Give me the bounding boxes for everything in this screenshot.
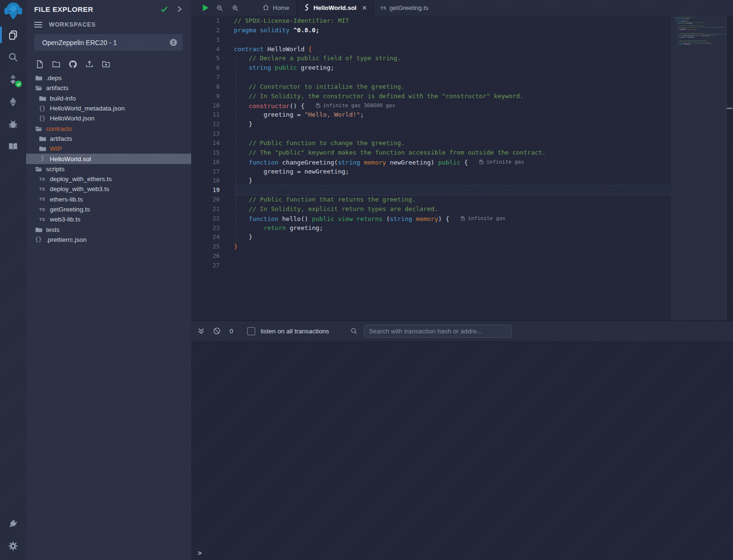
- gas-estimate-hint: infinite gas: [461, 214, 505, 223]
- code-line[interactable]: // The "public" keyword makes the functi…: [234, 148, 546, 157]
- code-line[interactable]: // Constructor to initialize the greetin…: [234, 82, 546, 92]
- terminal-output[interactable]: >: [191, 341, 733, 560]
- tree-item[interactable]: scripts: [26, 164, 191, 174]
- ts-file-icon: TS: [38, 207, 46, 212]
- code-line[interactable]: // In Solidity, explicit return types ar…: [234, 204, 546, 214]
- code-line[interactable]: contract HelloWorld {: [234, 45, 546, 54]
- debugger-icon[interactable]: [0, 113, 26, 135]
- code-line[interactable]: string public greeting;: [234, 63, 546, 73]
- tree-item[interactable]: .deps: [26, 73, 191, 83]
- search-icon[interactable]: [0, 46, 26, 68]
- remix-logo-icon[interactable]: [2, 1, 24, 24]
- line-number: 9: [191, 92, 220, 101]
- code-line[interactable]: // In Solidity, the constructor is defin…: [234, 92, 546, 101]
- file-explorer-icon[interactable]: [0, 24, 26, 46]
- listen-all-transactions-checkbox[interactable]: [247, 327, 255, 335]
- terminal-search-input[interactable]: [364, 325, 512, 338]
- terminal-collapse-icon[interactable]: [197, 327, 205, 335]
- code-line[interactable]: [234, 185, 546, 195]
- tree-item[interactable]: TSweb3-lib.ts: [26, 214, 191, 224]
- tree-item-label: scripts: [46, 165, 65, 173]
- tree-item-label: HelloWorld.sol: [50, 156, 91, 163]
- learneth-icon[interactable]: [0, 135, 26, 157]
- solidity-compiler-icon[interactable]: [0, 68, 26, 91]
- line-number: 7: [191, 73, 220, 82]
- code-line[interactable]: return greeting;: [234, 223, 546, 233]
- new-file-icon[interactable]: [33, 59, 46, 69]
- code-line[interactable]: [234, 35, 546, 45]
- tree-item-label: tests: [46, 226, 60, 233]
- tree-item[interactable]: TSdeploy_with_web3.ts: [26, 184, 191, 194]
- zoom-in-button[interactable]: [227, 0, 243, 16]
- workspaces-row: WORKSPACES: [34, 20, 191, 29]
- new-folder-icon[interactable]: [50, 59, 63, 69]
- code-line[interactable]: }: [234, 119, 546, 129]
- line-number: 23: [191, 223, 220, 233]
- tree-item[interactable]: artifacts: [26, 134, 191, 144]
- tab-getgreeting-ts[interactable]: TS getGreeting.ts: [374, 0, 435, 16]
- scrollbar-thumb[interactable]: [727, 108, 733, 109]
- tree-item[interactable]: {}.prettierrc.json: [26, 235, 191, 245]
- tree-item[interactable]: artifacts: [26, 83, 191, 93]
- code-line[interactable]: // SPDX-License-Identifier: MIT: [234, 16, 546, 26]
- upload-folder-icon[interactable]: [100, 59, 112, 69]
- code-line[interactable]: pragma solidity ^0.8.0;: [234, 26, 546, 35]
- folder-closed-icon: [38, 95, 46, 101]
- code-line[interactable]: }: [234, 232, 546, 242]
- code-line[interactable]: // Declare a public field of type string…: [234, 54, 546, 63]
- line-number: 8: [191, 82, 220, 92]
- tree-item[interactable]: {}HelloWorld_metadata.json: [26, 103, 191, 113]
- tree-item[interactable]: HelloWorld.sol: [26, 154, 191, 164]
- editor-scrollbar[interactable]: [726, 16, 733, 321]
- code-line[interactable]: // Public function that returns the gree…: [234, 195, 546, 204]
- tree-item[interactable]: WIP: [26, 144, 191, 154]
- tree-item[interactable]: build-info: [26, 93, 191, 103]
- tree-item[interactable]: tests: [26, 224, 191, 234]
- workspaces-menu-icon[interactable]: [34, 20, 42, 29]
- code-line[interactable]: // Public function to change the greetin…: [234, 138, 546, 148]
- code-line[interactable]: function changeGreeting(string memory ne…: [234, 157, 546, 167]
- workspace-select[interactable]: OpenZeppelin ERC20 - 1: [34, 34, 183, 51]
- tab-helloworld-sol[interactable]: HelloWorld.sol ×: [296, 0, 374, 16]
- panel-chevron-right-icon[interactable]: [175, 5, 184, 13]
- tab-home[interactable]: Home: [256, 0, 296, 16]
- tree-item[interactable]: TSgetGreeting.ts: [26, 204, 191, 214]
- tab-label: Home: [273, 4, 289, 11]
- tree-item-label: contracts: [46, 125, 72, 132]
- code-line[interactable]: greeting = newGreeting;: [234, 167, 546, 176]
- tree-item-label: ethers-lib.ts: [50, 196, 83, 203]
- workspace-check-icon[interactable]: [160, 5, 168, 13]
- code-editor[interactable]: 1234567891011121314151617181920212223242…: [191, 16, 733, 321]
- clone-github-icon[interactable]: [66, 59, 79, 69]
- code-line[interactable]: greeting = "Hello, World!";: [234, 110, 546, 119]
- tree-item[interactable]: contracts: [26, 123, 191, 133]
- ts-file-icon: TS: [380, 6, 386, 10]
- line-number: 26: [191, 251, 220, 261]
- terminal-clear-icon[interactable]: [213, 327, 221, 335]
- workspace-sort-icon[interactable]: [169, 38, 177, 46]
- zoom-out-button[interactable]: [212, 0, 227, 16]
- code-line[interactable]: constructor() {infinite gas 368600 gas: [234, 101, 546, 110]
- solidity-file-icon: [38, 155, 46, 163]
- tree-item[interactable]: {}HelloWorld.json: [26, 113, 191, 123]
- tab-bar: Home HelloWorld.sol × TS getGreeting.ts: [191, 0, 733, 16]
- close-tab-icon[interactable]: ×: [362, 4, 366, 12]
- run-script-button[interactable]: [199, 0, 212, 16]
- deploy-and-run-icon[interactable]: [0, 91, 26, 113]
- tree-item[interactable]: TSethers-lib.ts: [26, 194, 191, 204]
- line-number: 2: [191, 26, 220, 35]
- code-line[interactable]: }: [234, 176, 546, 185]
- code-line[interactable]: [234, 129, 546, 138]
- settings-icon[interactable]: [0, 535, 26, 557]
- code-line[interactable]: [234, 73, 546, 82]
- code-line[interactable]: }: [234, 242, 546, 251]
- code-line[interactable]: [234, 251, 546, 261]
- code-line[interactable]: function hello() public view returns (st…: [234, 214, 546, 223]
- code-pane[interactable]: // SPDX-License-Identifier: MITpragma so…: [234, 16, 546, 270]
- plugin-manager-icon[interactable]: [0, 513, 26, 535]
- tree-item[interactable]: TSdeploy_with_ethers.ts: [26, 174, 191, 184]
- minimap[interactable]: // SPDX-License-Identifier: MITpragma so…: [671, 16, 726, 321]
- upload-file-icon[interactable]: [83, 59, 96, 69]
- code-line[interactable]: [234, 261, 546, 270]
- listen-all-transactions-label: listen on all transactions: [261, 328, 329, 335]
